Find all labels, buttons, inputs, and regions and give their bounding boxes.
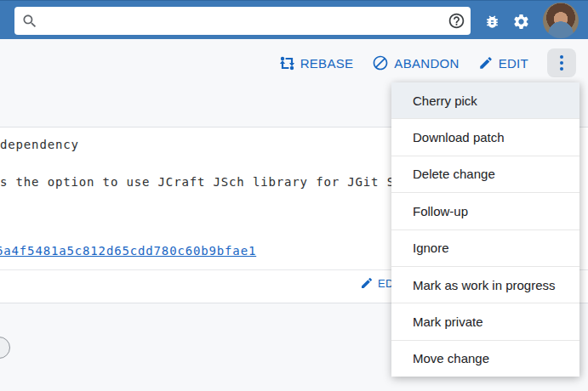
menu-item-cherry-pick[interactable]: Cherry pick <box>391 82 579 119</box>
rebase-button[interactable]: REBASE <box>279 55 354 71</box>
menu-item-ignore[interactable]: Ignore <box>391 230 579 267</box>
more-vert-icon <box>560 55 563 71</box>
overflow-dropdown-menu: Cherry pick Download patch Delete change… <box>391 82 579 377</box>
menu-item-delete-change[interactable]: Delete change <box>391 156 579 193</box>
rebase-icon <box>279 55 295 71</box>
menu-item-download-patch[interactable]: Download patch <box>391 119 579 156</box>
user-avatar[interactable] <box>543 3 579 38</box>
bug-report-icon[interactable] <box>482 12 501 31</box>
edit-button[interactable]: EDIT <box>478 55 528 71</box>
menu-item-follow-up[interactable]: Follow-up <box>391 193 579 230</box>
gerrit-change-page: REBASE ABANDON EDIT dependency s the opt… <box>0 0 588 391</box>
menu-item-move-change[interactable]: Move change <box>391 341 579 377</box>
pencil-icon <box>478 55 494 71</box>
reply-avatar-placeholder <box>0 337 10 359</box>
help-icon[interactable] <box>447 12 465 31</box>
search-icon <box>21 13 38 30</box>
app-header <box>0 0 588 39</box>
rebase-label: REBASE <box>300 56 354 71</box>
menu-item-mark-as-work-in-progress[interactable]: Mark as work in progress <box>391 267 579 303</box>
abandon-label: ABANDON <box>394 56 459 71</box>
edit-label: EDIT <box>499 56 528 71</box>
menu-item-mark-private[interactable]: Mark private <box>391 303 579 340</box>
block-icon <box>372 54 389 71</box>
commit-sha-link[interactable]: 6a4f5481a5c812d65cdd780c60b9bfae1 <box>0 244 256 258</box>
actions-toolbar: REBASE ABANDON EDIT <box>279 48 576 77</box>
abandon-button[interactable]: ABANDON <box>372 54 459 71</box>
search-input[interactable] <box>43 7 447 35</box>
overflow-menu-button[interactable] <box>547 48 576 77</box>
commit-message-line-1: dependency <box>0 138 79 151</box>
pencil-icon <box>360 276 374 290</box>
commit-message-line-2: s the option to use JCraft JSch library … <box>0 175 411 189</box>
settings-gear-icon[interactable] <box>511 12 530 31</box>
search-box[interactable] <box>14 7 471 35</box>
